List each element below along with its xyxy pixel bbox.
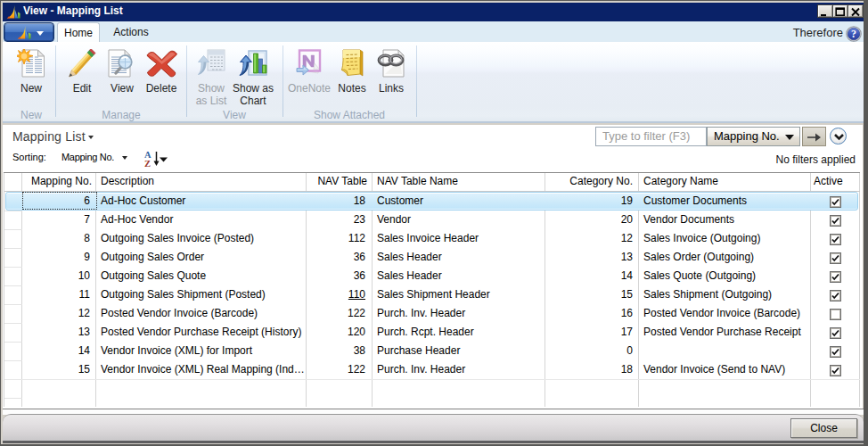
svg-text:?: ? xyxy=(851,28,856,40)
svg-text:Z: Z xyxy=(144,159,151,169)
